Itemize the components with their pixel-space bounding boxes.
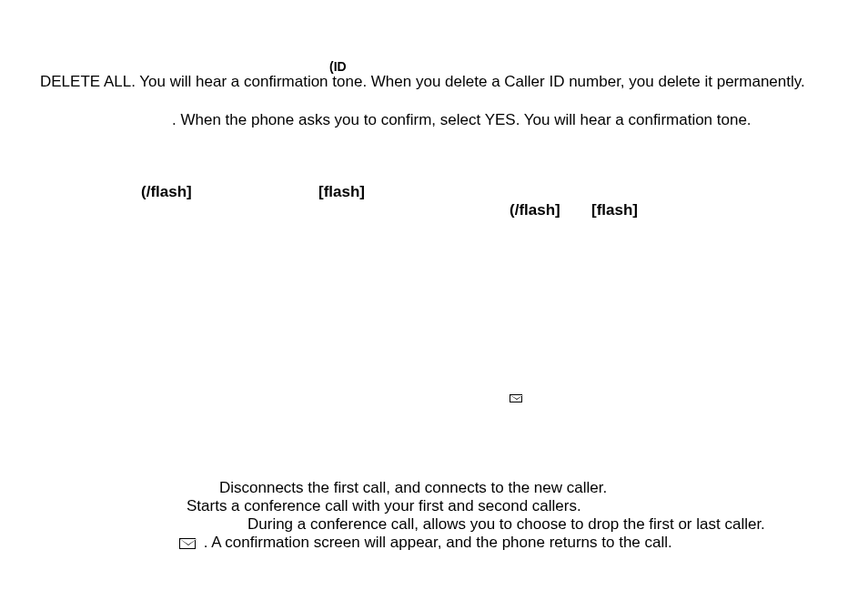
voicemail-icon [510,389,522,407]
caller-id-icon: (ID [329,56,347,75]
action-drop-caller-text: During a conference call, allows you to … [247,515,765,534]
flash-key-label-2b: [flash] [591,201,638,219]
action-confirmation-text: . A confirmation screen will appear, and… [179,534,672,552]
action-conference-start-text: Starts a conference call with your first… [187,497,581,515]
action-disconnect-text: Disconnects the first call, and connects… [219,479,607,497]
envelope-icon [179,538,196,549]
flash-key-label-1b: [flash] [318,183,365,201]
document-page: (ID DELETE ALL. You will hear a confirma… [0,0,868,611]
delete-all-text: DELETE ALL. You will hear a confirmation… [40,73,805,91]
confirmation-text-inner: . A confirmation screen will appear, and… [204,534,672,551]
flash-key-label-2a: (/flash] [510,201,560,219]
confirm-yes-text: . When the phone asks you to confirm, se… [172,111,752,129]
flash-key-label-1a: (/flash] [141,183,192,201]
